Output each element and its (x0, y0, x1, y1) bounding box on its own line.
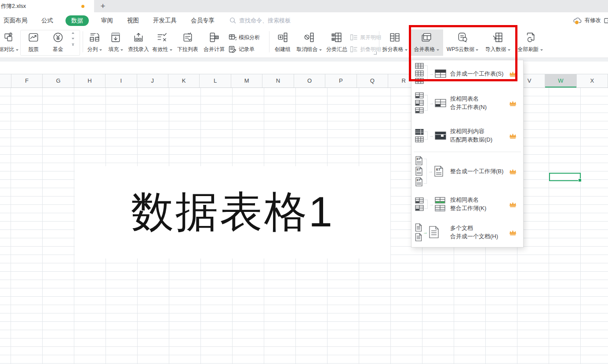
create-group-icon (272, 29, 294, 45)
column-header-F[interactable]: F (11, 74, 43, 87)
ungroup-icon (295, 29, 324, 45)
premium-crown-icon (509, 132, 517, 139)
ribbon-button-consolidate[interactable]: 合并计算 (201, 29, 227, 56)
ribbon-button-subtotal[interactable]: 分类汇总 (324, 29, 349, 56)
merge-by-name-icon: → (415, 92, 450, 113)
ribbon-button-import-data[interactable]: 导入数据 (482, 29, 513, 56)
ribbon-toolbar: 据对比 股票 基金 分列 (0, 29, 608, 58)
refresh-all-icon (514, 29, 546, 45)
fund-icon (47, 29, 69, 45)
combine-workbooks-icon: ET ET ET → ET (415, 156, 450, 186)
ribbon-button-fill[interactable]: 填充 (106, 29, 126, 56)
column-header-M[interactable]: M (231, 74, 262, 87)
ribbon-button-refresh-all[interactable]: 全部刷新 (514, 29, 546, 56)
ribbon-scroll-arrows[interactable] (72, 32, 74, 45)
match-tables-icon: → (415, 129, 450, 142)
svg-text:ET: ET (417, 168, 420, 171)
column-header-K[interactable]: K (168, 74, 200, 87)
menu-tab-视图[interactable]: 视图 (125, 16, 141, 25)
expand-detail-icon (350, 34, 358, 41)
ribbon-button-record-form[interactable]: 记录单 (229, 44, 255, 55)
column-header-N[interactable]: N (262, 74, 294, 87)
menu-item-merge-documents[interactable]: → 多个文档 合并成一个文档(H) (415, 219, 521, 245)
column-header-J[interactable]: J (137, 74, 168, 87)
search-icon (229, 17, 236, 24)
menu-tab-开发工具[interactable]: 开发工具 (151, 16, 178, 25)
premium-crown-icon (509, 229, 517, 236)
column-header-stub (0, 74, 11, 87)
ribbon-button-split-columns[interactable]: 分列 (84, 29, 105, 56)
ribbon-button-dropdown-list[interactable]: 下拉列表 (175, 29, 200, 56)
split-columns-icon (84, 29, 105, 45)
column-header-G[interactable]: G (43, 74, 74, 87)
import-data-icon (482, 29, 513, 45)
menu-item-combine-workbooks-by-name[interactable]: → 按相同表名 整合工作簿(K) (415, 189, 521, 218)
menu-item-combine-into-one-workbook[interactable]: ET ET ET → ET 整合成一个工作簿(B) (415, 153, 521, 189)
ribbon-button-fund[interactable]: 基金 (47, 29, 69, 56)
detail-group-corner-mark (374, 51, 377, 55)
menu-item-merge-into-one-sheet[interactable]: → 合并成一个工作表(S) (415, 62, 521, 85)
document-tab-title: 作簿2.xlsx (1, 3, 26, 10)
menu-tab-公式[interactable]: 公式 (40, 16, 55, 25)
menu-item-match-two-tables[interactable]: → 按相同列内容 匹配两表数据(D) (415, 120, 521, 151)
fill-icon (106, 29, 126, 45)
column-header-X[interactable]: X (577, 74, 608, 87)
ribbon-button-expand-detail[interactable]: 展开明细 (350, 32, 381, 43)
premium-crown-icon (509, 201, 517, 207)
collapse-detail-icon (350, 46, 358, 53)
column-header-H[interactable]: H (74, 74, 106, 87)
split-table-icon (381, 29, 409, 45)
menu-tab-页面布局[interactable]: 页面布局 (2, 16, 29, 25)
ribbon-button-ungroup[interactable]: 取消组合 (295, 29, 324, 56)
ribbon-button-what-if-analysis[interactable]: 模拟分析 (229, 32, 260, 43)
merge-table-icon (410, 29, 443, 45)
fill-handle[interactable] (578, 178, 582, 182)
menu-bar: 页面布局公式数据审阅视图开发工具会员专享 查找命令、搜索模板 有修改 (0, 12, 608, 29)
column-header-O[interactable]: O (294, 74, 325, 87)
cloud-sync-icon[interactable] (573, 17, 582, 24)
column-header-L[interactable]: L (200, 74, 231, 87)
document-tab[interactable]: 作簿2.xlsx (0, 0, 94, 12)
ribbon-button-merge-table[interactable]: 合并表格 (410, 29, 443, 56)
clipped-toolbar-icon (604, 17, 608, 24)
active-cell[interactable] (549, 173, 581, 181)
ribbon-button-wps-cloud-data[interactable]: WPS云数据 (444, 29, 481, 56)
svg-text:ET: ET (417, 178, 420, 182)
sheet-image-text: 数据表格1 (131, 184, 334, 241)
menu-tabs: 页面布局公式数据审阅视图开发工具会员专享 (2, 15, 216, 26)
merge-sheets-icon: → (415, 63, 450, 84)
ribbon-button-lookup-entry[interactable]: 查找录入 (127, 29, 150, 56)
menu-bar-right: 有修改 (573, 17, 608, 24)
column-header-Q[interactable]: Q (357, 74, 388, 87)
column-header-I[interactable]: I (106, 74, 137, 87)
merge-table-dropdown: → 合并成一个工作表(S) → 按相同表名 合并工作表(N) (411, 60, 524, 248)
column-header-P[interactable]: P (325, 74, 357, 87)
dropdown-list-icon (175, 29, 200, 45)
column-header-W[interactable]: W (545, 74, 576, 87)
menu-tab-审阅[interactable]: 审阅 (99, 16, 115, 25)
premium-crown-icon (509, 70, 517, 77)
consolidate-icon (201, 29, 227, 45)
ribbon-button-create-group[interactable]: 创建组 (272, 29, 294, 56)
new-tab-button[interactable]: + (94, 0, 112, 12)
sheet-image-object[interactable]: 数据表格1 (75, 166, 390, 258)
record-form-icon (229, 46, 237, 53)
search-placeholder: 查找命令、搜索模板 (239, 17, 291, 25)
ribbon-button-validation[interactable]: 有效性 (151, 29, 173, 56)
ribbon-button-split-table[interactable]: 拆分表格 (381, 29, 409, 56)
menu-item-merge-sheets-by-name[interactable]: → 按相同表名 合并工作表(N) (415, 87, 521, 119)
menu-tab-数据[interactable]: 数据 (66, 15, 89, 26)
command-search[interactable]: 查找命令、搜索模板 (229, 17, 291, 25)
document-tab-bar: 作簿2.xlsx + (0, 0, 608, 12)
merge-documents-icon: → (415, 223, 450, 241)
ribbon-button-stock[interactable]: 股票 (22, 29, 45, 56)
svg-text:ET: ET (436, 167, 441, 171)
premium-crown-icon (509, 100, 517, 106)
subtotal-icon (324, 29, 349, 45)
unsaved-dot-icon (81, 5, 84, 8)
validation-icon (151, 29, 173, 45)
stock-icon (22, 29, 45, 45)
wps-cloud-data-icon (444, 29, 481, 45)
menu-tab-会员专享[interactable]: 会员专享 (189, 16, 216, 25)
premium-crown-icon (509, 168, 517, 175)
